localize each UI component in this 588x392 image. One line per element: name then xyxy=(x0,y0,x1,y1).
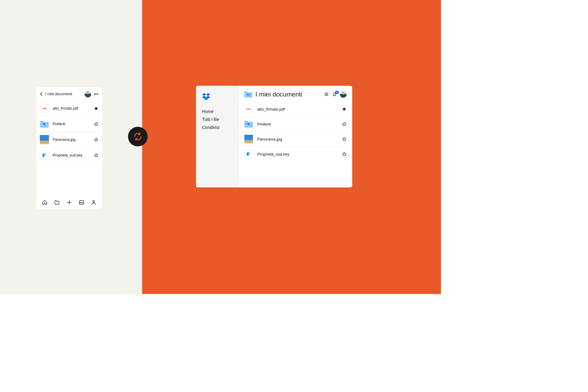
file-name: Panorama.jpg xyxy=(53,138,94,142)
mobile-title[interactable]: I miei documenti xyxy=(45,92,85,96)
mobile-bottom-nav xyxy=(36,196,102,209)
star-icon[interactable] xyxy=(342,152,347,156)
bell-icon[interactable]: 3 xyxy=(332,92,337,97)
pdf-icon: PDF xyxy=(40,104,49,113)
notification-badge: 3 xyxy=(335,91,339,94)
shared-folder-icon xyxy=(244,91,252,98)
keynote-icon xyxy=(244,150,253,158)
avatar[interactable] xyxy=(340,91,347,98)
pdf-icon: PDF xyxy=(244,105,253,113)
file-row[interactable]: Preferiti xyxy=(36,116,102,132)
file-row[interactable]: Panorama.jpg xyxy=(239,132,352,147)
file-row[interactable]: Proprietà_sud.key xyxy=(239,147,352,161)
file-row[interactable]: PDF atto_firmato.pdf xyxy=(239,102,352,117)
profile-icon[interactable] xyxy=(91,200,96,205)
keynote-icon xyxy=(40,151,49,160)
mobile-header: I miei documenti ••• xyxy=(36,87,102,101)
dropbox-logo-icon[interactable] xyxy=(202,93,233,100)
svg-point-1 xyxy=(93,201,95,202)
star-icon[interactable] xyxy=(342,107,347,111)
star-icon[interactable] xyxy=(94,106,99,111)
mobile-app: I miei documenti ••• PDF atto_firmato.pd… xyxy=(36,87,102,209)
folder-icon[interactable] xyxy=(54,200,60,205)
file-name: Proprietà_sud.key xyxy=(257,152,342,156)
folder-icon xyxy=(40,119,49,129)
desktop-title: I miei documenti xyxy=(255,91,321,98)
list-view-icon[interactable] xyxy=(324,92,329,97)
desktop-header: I miei documenti 3 xyxy=(239,86,352,100)
file-name: atto_firmato.pdf xyxy=(53,106,94,111)
file-row[interactable]: Panorama.jpg xyxy=(36,132,102,148)
sync-icon xyxy=(128,127,148,146)
avatar[interactable] xyxy=(85,91,91,97)
file-name: Preferiti xyxy=(257,122,342,126)
file-name: Panorama.jpg xyxy=(257,137,342,141)
folder-icon xyxy=(244,120,253,128)
star-icon[interactable] xyxy=(94,122,99,126)
image-thumbnail-icon xyxy=(244,135,253,143)
nav-item[interactable]: Condivisi xyxy=(202,125,233,130)
file-name: Proprietà_sud.key xyxy=(53,153,94,157)
more-icon[interactable]: ••• xyxy=(94,92,99,96)
file-row[interactable]: PDF atto_firmato.pdf xyxy=(36,101,102,116)
file-row[interactable]: Preferiti xyxy=(239,117,352,132)
file-name: Preferiti xyxy=(53,122,94,126)
file-name: atto_firmato.pdf xyxy=(257,107,342,111)
star-icon[interactable] xyxy=(342,122,347,126)
svg-rect-0 xyxy=(79,201,84,204)
image-thumbnail-icon xyxy=(40,135,49,144)
desktop-sidebar: HomeTutti i fileCondivisi xyxy=(196,86,239,187)
desktop-app: HomeTutti i fileCondivisi I miei documen… xyxy=(196,86,352,187)
nav-item[interactable]: Tutti i file xyxy=(202,117,233,122)
star-icon[interactable] xyxy=(94,153,99,158)
svg-point-3 xyxy=(248,94,250,95)
file-row[interactable]: Proprietà_sud.key xyxy=(36,148,102,163)
mobile-file-list: PDF atto_firmato.pdf Preferiti Panorama.… xyxy=(36,101,102,196)
nav-item[interactable]: Home xyxy=(202,109,233,114)
back-chevron-icon[interactable] xyxy=(39,92,43,96)
plus-icon[interactable] xyxy=(66,200,72,205)
star-icon[interactable] xyxy=(342,137,347,141)
star-icon[interactable] xyxy=(94,137,99,142)
home-icon[interactable] xyxy=(42,200,47,205)
desktop-file-list: PDF atto_firmato.pdf Preferiti Panorama.… xyxy=(239,100,352,163)
svg-point-2 xyxy=(247,94,248,95)
photos-icon[interactable] xyxy=(79,200,84,205)
desktop-nav: HomeTutti i fileCondivisi xyxy=(202,109,233,130)
